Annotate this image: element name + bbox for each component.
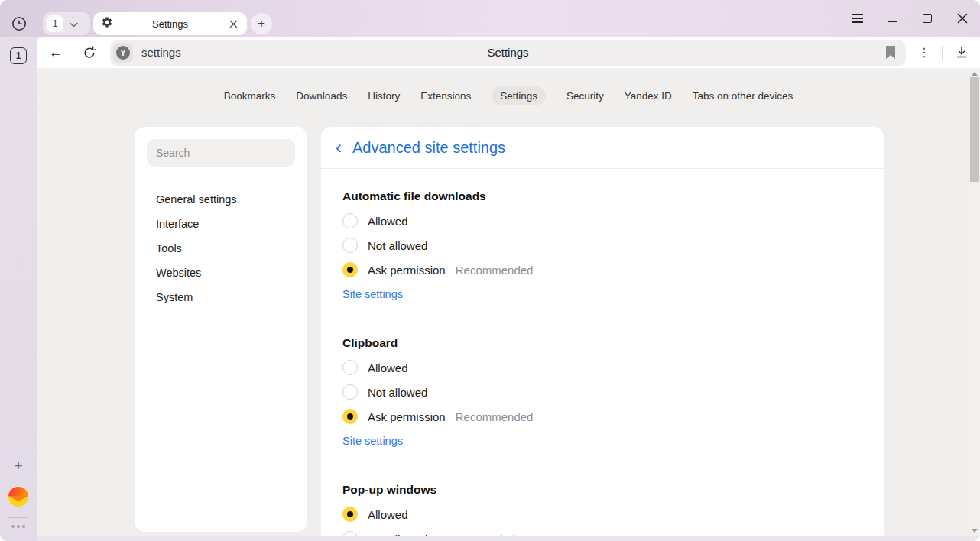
radio-option-allowed[interactable]: Allowed [342, 355, 862, 380]
browser-window: 1 Settings + 1 + [0, 0, 980, 541]
settings-main-panel: ‹ Advanced site settings Automatic file … [321, 127, 884, 536]
page-title-center: Settings [110, 46, 906, 59]
sidebar-item-websites[interactable]: Websites [135, 261, 307, 285]
nav-tab-yandex-id[interactable]: Yandex ID [625, 86, 672, 105]
radio-option-allowed[interactable]: Allowed [342, 502, 862, 526]
rail-more-icon[interactable] [0, 521, 37, 528]
section-title: Pop-up windows [342, 478, 862, 502]
sidebar-item-interface[interactable]: Interface [135, 212, 307, 236]
radio-icon[interactable] [342, 360, 358, 375]
omnibox[interactable]: Y settings Settings [110, 40, 906, 66]
yandex-logo-icon: Y [116, 46, 130, 60]
mail-envelope-flap [8, 496, 28, 501]
address-bar: ← Y settings Settings ⋮ [37, 37, 980, 69]
window-bottom-edge [37, 536, 980, 541]
kebab-menu-icon[interactable]: ⋮ [917, 45, 932, 60]
nav-tab-settings[interactable]: Settings [492, 86, 546, 105]
tab-settings[interactable]: Settings [93, 12, 247, 35]
settings-sections: Automatic file downloads Allowed Not all… [321, 169, 884, 536]
site-settings-link[interactable]: Site settings [342, 429, 403, 453]
advanced-site-settings-header[interactable]: ‹ Advanced site settings [321, 127, 884, 169]
vertical-scrollbar[interactable] [969, 69, 980, 536]
rail-add-icon[interactable]: + [0, 458, 37, 475]
reload-icon[interactable] [80, 44, 99, 62]
new-tab-button[interactable]: + [251, 13, 272, 34]
tab-group-chip[interactable]: 1 [43, 12, 90, 35]
recommended-note: Recommended [456, 264, 534, 277]
maximize-button[interactable] [919, 10, 936, 27]
radio-icon[interactable] [342, 213, 358, 228]
divider [942, 46, 943, 60]
radio-icon[interactable] [342, 238, 358, 253]
mail-envelope-top [8, 487, 28, 496]
back-icon[interactable]: ← [47, 44, 65, 62]
history-clock-icon[interactable] [10, 15, 28, 33]
radio-option-ask-permission[interactable]: Ask permission Recommended [342, 258, 862, 282]
radio-option-ask-permission[interactable]: Ask permission Recommended [342, 404, 862, 429]
tab-title: Settings [113, 18, 227, 30]
radio-selected-icon[interactable] [342, 262, 358, 277]
minimize-button[interactable] [884, 10, 900, 27]
hamburger-icon [852, 14, 863, 23]
settings-page: Bookmarks Downloads History Extensions S… [37, 69, 980, 536]
yandex-mail-icon[interactable] [8, 487, 28, 507]
site-badge[interactable]: Y [113, 43, 133, 63]
recommended-note: Recommended [456, 410, 534, 423]
window-controls [849, 6, 971, 31]
section-title: Automatic file downloads [342, 184, 862, 209]
url-text[interactable]: settings [141, 46, 181, 59]
tab-group-count: 1 [47, 15, 63, 32]
section-automatic-file-downloads: Automatic file downloads Allowed Not all… [342, 184, 862, 306]
titlebar: 1 Settings + [0, 0, 980, 37]
sidebar-items: General settings Interface Tools Website… [135, 187, 307, 309]
search-input[interactable] [147, 139, 295, 167]
nav-tab-bookmarks[interactable]: Bookmarks [224, 86, 276, 105]
radio-option-not-allowed[interactable]: Not allowed [342, 233, 862, 258]
page-title: Advanced site settings [352, 139, 505, 157]
radio-selected-icon[interactable] [342, 409, 358, 424]
section-clipboard: Clipboard Allowed Not allowed Ask permis… [342, 331, 862, 453]
tab-close-icon[interactable] [227, 18, 239, 30]
radio-selected-icon[interactable] [342, 507, 358, 522]
site-settings-link[interactable]: Site settings [342, 282, 403, 306]
tab-count-badge[interactable]: 1 [10, 47, 27, 64]
settings-nav-tabs: Bookmarks Downloads History Extensions S… [37, 86, 980, 105]
sidebar-item-general-settings[interactable]: General settings [135, 187, 307, 212]
close-button[interactable] [954, 10, 971, 27]
chevron-down-icon[interactable] [70, 17, 78, 31]
chevron-back-icon[interactable]: ‹ [332, 137, 346, 158]
address-bar-actions: ⋮ [917, 44, 971, 62]
browser-menu-icon[interactable] [849, 10, 865, 27]
downloads-icon[interactable] [952, 44, 971, 62]
scroll-down-icon[interactable] [972, 529, 978, 533]
gear-icon [101, 16, 113, 31]
radio-option-allowed[interactable]: Allowed [342, 209, 862, 233]
settings-sidebar: General settings Interface Tools Website… [135, 127, 307, 532]
radio-option-not-allowed[interactable]: Not allowed Recommended [342, 526, 862, 536]
nav-tab-security[interactable]: Security [566, 86, 604, 105]
nav-tab-downloads[interactable]: Downloads [296, 86, 347, 105]
nav-tab-extensions[interactable]: Extensions [420, 86, 471, 105]
scroll-up-icon[interactable] [972, 72, 978, 76]
rail-divider [8, 517, 28, 518]
section-pop-up-windows: Pop-up windows Allowed Not allowed Recom… [342, 478, 862, 536]
section-title: Clipboard [342, 331, 862, 355]
radio-icon[interactable] [342, 384, 358, 400]
bookmark-icon[interactable] [883, 45, 898, 60]
nav-tab-other-devices[interactable]: Tabs on other devices [693, 86, 793, 105]
scrollbar-thumb[interactable] [970, 77, 979, 182]
left-sidebar-rail: 1 + [0, 37, 37, 541]
sidebar-item-tools[interactable]: Tools [135, 236, 307, 261]
sidebar-item-system[interactable]: System [135, 285, 307, 309]
radio-option-not-allowed[interactable]: Not allowed [342, 380, 862, 404]
nav-tab-history[interactable]: History [368, 86, 400, 105]
